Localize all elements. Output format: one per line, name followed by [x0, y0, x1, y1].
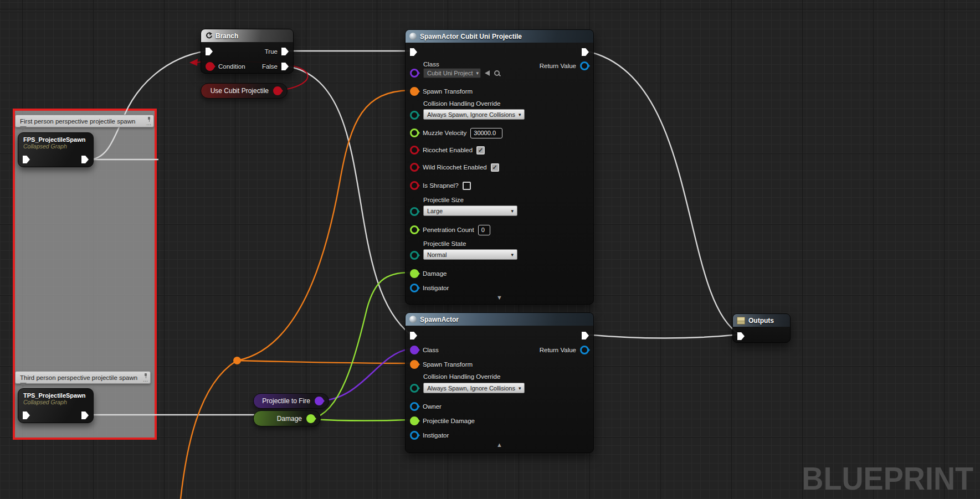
- damage-pin[interactable]: [410, 269, 419, 278]
- collision-pin[interactable]: [410, 384, 419, 393]
- return-value-pin[interactable]: [580, 346, 589, 354]
- variable-use-cubit-projectile[interactable]: Use Cubit Projectile: [201, 83, 288, 99]
- is-shrapnel-row: Is Shrapnel?: [410, 181, 471, 191]
- exec-in-pin[interactable]: [23, 156, 30, 163]
- class-out-pin[interactable]: [315, 397, 324, 405]
- is-shrapnel-pin[interactable]: [410, 181, 419, 190]
- collision-dropdown[interactable]: Always Spawn, Ignore Collisions ▾: [423, 109, 525, 120]
- ricochet-enabled-pin[interactable]: [410, 146, 419, 155]
- projectile-size-pin[interactable]: [410, 207, 419, 216]
- variable-label: Use Cubit Projectile: [211, 87, 269, 95]
- browse-asset-icon[interactable]: [494, 70, 501, 77]
- true-exec-out-pin[interactable]: [281, 48, 289, 55]
- node-header[interactable]: Branch: [201, 29, 293, 42]
- is-shrapnel-checkbox[interactable]: [463, 182, 471, 190]
- wire-damage-to-projectile-damage: [311, 419, 409, 421]
- condition-pin[interactable]: [206, 62, 214, 71]
- projectile-size-dropdown[interactable]: Large ▾: [423, 205, 517, 216]
- exec-out-pin[interactable]: [81, 156, 89, 163]
- penetration-count-input[interactable]: 0: [478, 225, 490, 235]
- exec-out-pin[interactable]: [81, 411, 89, 419]
- blueprint-graph-canvas[interactable]: First person perspective projectile spaw…: [0, 0, 980, 499]
- exec-in-row: [206, 47, 213, 56]
- comment-text: First person perspective projectile spaw…: [20, 118, 135, 125]
- pin-label: Is Shrapnel?: [423, 182, 459, 189]
- class-label: Class: [423, 61, 439, 68]
- exec-in-pin[interactable]: [410, 48, 417, 56]
- expand-node-arrow[interactable]: ▼: [496, 294, 502, 301]
- pin-label: Class: [423, 347, 439, 353]
- reroute-node-orange[interactable]: [233, 357, 241, 364]
- node-header[interactable]: SpawnActor: [406, 313, 593, 326]
- resize-handle[interactable]: ⋯: [143, 378, 148, 384]
- penetration-count-pin[interactable]: [410, 225, 419, 234]
- exec-out-row: [582, 331, 589, 341]
- variable-label: Damage: [277, 415, 302, 423]
- collision-pin[interactable]: [410, 111, 419, 120]
- exec-in-pin[interactable]: [737, 332, 745, 340]
- wire-branch-false-to-spawnactor: [288, 66, 410, 334]
- spawn-transform-pin[interactable]: [410, 87, 419, 96]
- variable-damage[interactable]: Damage: [253, 410, 321, 426]
- bool-out-pin[interactable]: [273, 86, 282, 95]
- node-branch[interactable]: Branch True Condition False: [201, 29, 294, 74]
- return-value-row: Return Value: [540, 61, 589, 71]
- resize-handle[interactable]: ⋯: [146, 122, 152, 127]
- chevron-down-icon: ▾: [519, 385, 521, 391]
- dropdown-value: Cubit Uni Project: [427, 70, 473, 76]
- instigator-pin[interactable]: [410, 284, 419, 292]
- class-pin[interactable]: [410, 346, 419, 354]
- wild-ricochet-enabled-pin[interactable]: [410, 163, 419, 172]
- pin-icon[interactable]: [146, 117, 151, 122]
- dropdown-value: Always Spawn, Ignore Collisions: [427, 111, 515, 118]
- use-selected-asset-icon[interactable]: [485, 70, 490, 76]
- float-out-pin[interactable]: [306, 414, 315, 423]
- class-dropdown[interactable]: Cubit Uni Project ▾: [423, 68, 481, 78]
- node-title: SpawnActor: [420, 316, 459, 323]
- node-spawnactor[interactable]: SpawnActor Class Return Value Spawn Tran…: [405, 312, 594, 453]
- exec-in-pin[interactable]: [206, 48, 213, 55]
- wire-projectile-to-fire-class: [319, 349, 409, 401]
- node-spawnactor-cubit-uni-projectile[interactable]: SpawnActor Cubit Uni Projectile Class Cu…: [405, 29, 594, 305]
- exec-in-pin[interactable]: [410, 332, 417, 339]
- wild-ricochet-enabled-checkbox[interactable]: ✓: [491, 163, 499, 172]
- instigator-pin[interactable]: [410, 431, 419, 440]
- owner-pin[interactable]: [410, 402, 419, 411]
- muzzle-velocity-pin[interactable]: [410, 128, 419, 137]
- collision-dropdown[interactable]: Always Spawn, Ignore Collisions ▾: [423, 383, 525, 393]
- spawn-transform-pin[interactable]: [410, 360, 419, 369]
- node-header[interactable]: SpawnActor Cubit Uni Projectile: [406, 30, 593, 43]
- exec-in-row: [410, 331, 417, 341]
- class-pin[interactable]: [410, 69, 419, 78]
- comment-bubble-fps[interactable]: First person perspective projectile spaw…: [15, 115, 154, 127]
- variable-projectile-to-fire[interactable]: Projectile to Fire: [253, 393, 329, 409]
- exec-in-row: [737, 331, 745, 341]
- ricochet-enabled-checkbox[interactable]: ✓: [476, 146, 485, 155]
- projectile-damage-pin[interactable]: [410, 416, 419, 425]
- blueprint-watermark: BLUEPRINT: [802, 460, 973, 497]
- false-exec-out-pin[interactable]: [281, 63, 289, 70]
- node-header[interactable]: Outputs: [733, 314, 790, 327]
- pin-icon[interactable]: [143, 373, 148, 378]
- branch-icon: [205, 32, 212, 39]
- chevron-down-icon: ▾: [511, 208, 514, 214]
- pin-label: Projectile Damage: [423, 418, 475, 424]
- exec-in-row: [410, 47, 417, 57]
- node-outputs[interactable]: Outputs: [732, 313, 791, 343]
- collapse-node-arrow[interactable]: ▲: [496, 441, 502, 448]
- muzzle-velocity-input[interactable]: 30000.0: [470, 128, 502, 138]
- exec-out-pin[interactable]: [582, 332, 589, 339]
- node-fps-projectilespawn[interactable]: FPS_ProjectileSpawn Collapsed Graph: [18, 132, 94, 167]
- return-value-pin[interactable]: [580, 61, 589, 70]
- outputs-icon: [737, 317, 745, 325]
- node-tps-projectilespawn[interactable]: TPS_ProjectileSpawn Collapsed Graph: [18, 388, 94, 423]
- pin-label: Penetration Count: [423, 227, 474, 233]
- exec-in-pin[interactable]: [23, 411, 30, 419]
- pin-label: Condition: [218, 63, 245, 70]
- projectile-state-pin[interactable]: [410, 251, 419, 260]
- comment-bubble-tps[interactable]: Third person perspective projectile spaw…: [15, 371, 151, 384]
- chevron-down-icon: ▾: [476, 70, 479, 76]
- exec-out-pin[interactable]: [582, 48, 589, 56]
- projectile-state-dropdown[interactable]: Normal ▾: [423, 249, 517, 260]
- projectile-size-label: Projectile Size: [423, 197, 464, 203]
